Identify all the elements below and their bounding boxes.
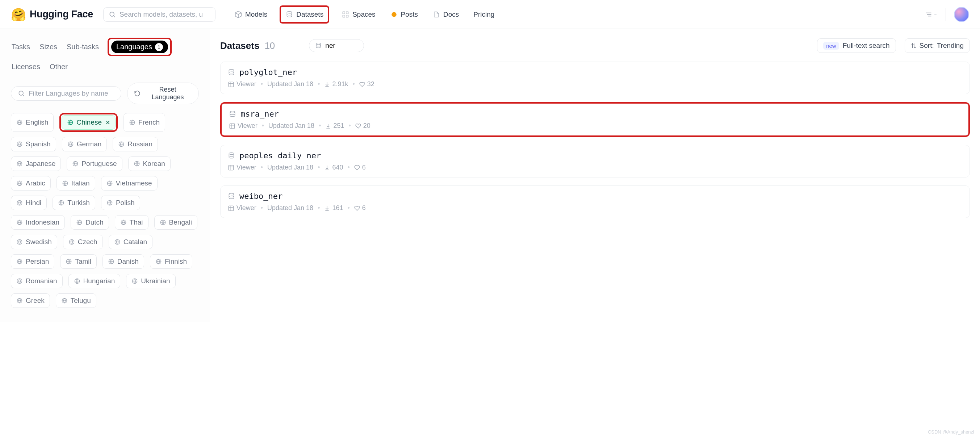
table-icon xyxy=(228,81,234,87)
svg-point-50 xyxy=(230,111,235,113)
viewer-label: Viewer xyxy=(237,164,256,171)
table-icon xyxy=(228,205,234,212)
language-chip-english[interactable]: English xyxy=(11,113,54,132)
header-right xyxy=(925,7,969,22)
nav-pricing[interactable]: Pricing xyxy=(471,8,496,27)
remove-chip-icon[interactable]: ✕ xyxy=(105,119,110,126)
language-chip-indonesian[interactable]: Indonesian xyxy=(11,215,65,230)
language-filter-input[interactable] xyxy=(29,89,115,97)
downloads-count: 640 xyxy=(332,164,343,171)
language-chip-vietnamese[interactable]: Vietnamese xyxy=(101,176,158,191)
download-icon xyxy=(324,165,330,170)
svg-rect-56 xyxy=(229,165,234,170)
language-chip-czech[interactable]: Czech xyxy=(63,235,103,249)
language-chip-russian[interactable]: Russian xyxy=(113,137,158,151)
language-chip-romanian[interactable]: Romanian xyxy=(11,274,63,288)
language-chip-german[interactable]: German xyxy=(62,137,107,151)
language-chip-hindi[interactable]: Hindi xyxy=(11,196,47,210)
dataset-card-msra_ner[interactable]: msra_nerViewer•Updated Jan 18•251•20 xyxy=(220,102,970,137)
likes-count: 6 xyxy=(362,164,366,171)
language-chip-danish[interactable]: Danish xyxy=(102,254,144,269)
global-search[interactable] xyxy=(103,7,215,22)
globe-icon xyxy=(160,219,166,226)
avatar[interactable] xyxy=(954,7,969,22)
nav-docs[interactable]: Docs xyxy=(430,8,461,27)
language-chip-thai[interactable]: Thai xyxy=(115,215,148,230)
nav-datasets[interactable]: Datasets xyxy=(280,5,329,24)
language-chip-korean[interactable]: Korean xyxy=(128,156,170,171)
viewer-link[interactable]: Viewer xyxy=(229,122,258,130)
tab-licenses[interactable]: Licenses xyxy=(11,61,41,72)
language-chip-turkish[interactable]: Turkish xyxy=(52,196,95,210)
language-chip-label: Spanish xyxy=(26,140,51,148)
full-text-search-button[interactable]: new Full-text search xyxy=(817,38,896,53)
language-chip-swedish[interactable]: Swedish xyxy=(11,235,57,249)
language-chip-arabic[interactable]: Arabic xyxy=(11,176,51,191)
global-search-input[interactable] xyxy=(119,11,210,19)
nav-models[interactable]: Models xyxy=(232,8,269,27)
reset-languages-button[interactable]: Reset Languages xyxy=(127,83,199,104)
language-chip-greek[interactable]: Greek xyxy=(11,293,50,308)
language-chip-japanese[interactable]: Japanese xyxy=(11,156,61,171)
language-chip-label: Telugu xyxy=(71,297,91,305)
globe-icon xyxy=(118,141,124,148)
globe-icon xyxy=(132,278,138,284)
language-chip-persian[interactable]: Persian xyxy=(11,254,54,269)
sidebar-tabs: Tasks Sizes Sub-tasks Languages 1 Licens… xyxy=(11,38,199,72)
svg-point-60 xyxy=(229,193,234,195)
dataset-meta: Viewer•Updated Jan 18•251•20 xyxy=(229,122,961,130)
tab-tasks[interactable]: Tasks xyxy=(11,41,31,52)
viewer-link[interactable]: Viewer xyxy=(228,204,256,212)
globe-icon xyxy=(65,258,72,265)
globe-icon xyxy=(16,258,23,265)
viewer-link[interactable]: Viewer xyxy=(228,80,256,88)
nav-spaces[interactable]: Spaces xyxy=(339,8,377,27)
language-chip-tamil[interactable]: Tamil xyxy=(60,254,96,269)
dataset-name: peoples_daily_ner xyxy=(239,151,321,160)
globe-icon xyxy=(16,161,23,167)
docs-icon xyxy=(433,11,441,19)
table-icon xyxy=(229,123,235,129)
language-chip-label: Swedish xyxy=(26,238,52,246)
language-chip-label: Finnish xyxy=(165,258,187,266)
dataset-search-input[interactable] xyxy=(325,41,358,49)
language-chip-portuguese[interactable]: Portuguese xyxy=(67,156,122,171)
svg-point-45 xyxy=(229,69,234,71)
nav-docs-label: Docs xyxy=(443,11,459,19)
reset-languages-label: Reset Languages xyxy=(143,86,192,101)
sort-button[interactable]: Sort: Trending xyxy=(905,38,970,53)
downloads: 640 xyxy=(324,164,343,171)
globe-icon xyxy=(58,200,64,206)
globe-icon xyxy=(129,119,135,126)
tab-sizes[interactable]: Sizes xyxy=(39,41,58,52)
language-chip-ukrainian[interactable]: Ukrainian xyxy=(126,274,175,288)
database-icon xyxy=(285,11,293,19)
language-chip-finnish[interactable]: Finnish xyxy=(150,254,192,269)
viewer-link[interactable]: Viewer xyxy=(228,164,256,171)
tab-other[interactable]: Other xyxy=(49,61,68,72)
language-chip-hungarian[interactable]: Hungarian xyxy=(68,274,121,288)
dataset-card-weibo_ner[interactable]: weibo_nerViewer•Updated Jan 18•161•6 xyxy=(220,185,970,218)
language-chip-telugu[interactable]: Telugu xyxy=(56,293,96,308)
brand-logo[interactable]: 🤗 Hugging Face xyxy=(11,8,93,21)
dataset-card-peoples_daily_ner[interactable]: peoples_daily_nerViewer•Updated Jan 18•6… xyxy=(220,145,970,178)
language-chip-italian[interactable]: Italian xyxy=(57,176,95,191)
globe-icon xyxy=(16,141,23,148)
tab-languages[interactable]: Languages 1 xyxy=(111,41,168,53)
dataset-card-polyglot_ner[interactable]: polyglot_nerViewer•Updated Jan 18•2.91k•… xyxy=(220,62,970,94)
language-chip-french[interactable]: French xyxy=(124,113,165,132)
language-chip-chinese[interactable]: Chinese✕ xyxy=(62,115,116,130)
dataset-name: msra_ner xyxy=(240,110,279,118)
language-chip-dutch[interactable]: Dutch xyxy=(71,215,109,230)
language-chip-polish[interactable]: Polish xyxy=(101,196,140,210)
language-chip-catalan[interactable]: Catalan xyxy=(109,235,153,249)
overflow-menu[interactable] xyxy=(925,12,938,17)
new-badge: new xyxy=(823,42,839,49)
language-filter[interactable] xyxy=(11,86,121,101)
database-icon xyxy=(228,193,235,200)
language-chip-bengali[interactable]: Bengali xyxy=(154,215,197,230)
tab-subtasks[interactable]: Sub-tasks xyxy=(66,41,100,52)
language-chip-spanish[interactable]: Spanish xyxy=(11,137,56,151)
nav-posts[interactable]: Posts xyxy=(388,8,420,27)
dataset-search[interactable] xyxy=(309,39,364,52)
